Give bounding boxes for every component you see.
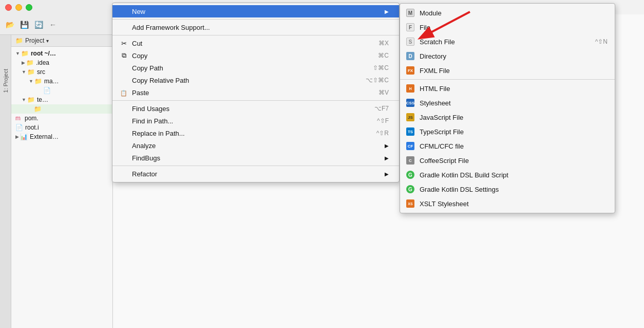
submenu-item-fxml[interactable]: FX FXML File: [400, 63, 615, 78]
toolbar: 📂 💾 🔄 ←: [0, 14, 113, 35]
dir-file-icon: D: [406, 52, 414, 60]
save-icon[interactable]: 💾: [18, 19, 30, 30]
submenu-item-xslt[interactable]: XS XSLT Stylesheet: [400, 196, 615, 211]
tree-label: root ~/…: [31, 50, 56, 57]
tree-item-green-file[interactable]: 📁: [11, 104, 112, 114]
menu-item-new[interactable]: New ▶: [112, 5, 399, 17]
menu-icon-framework: [119, 23, 129, 31]
tree-item-main[interactable]: ▼ 📁 ma…: [11, 77, 112, 86]
menu-item-copy-relative-path[interactable]: Copy Relative Path ⌥⇧⌘C: [112, 74, 399, 86]
back-icon[interactable]: ←: [47, 19, 59, 30]
tree-item-pom[interactable]: m pom.: [11, 114, 112, 123]
tree-item-src[interactable]: ▼ 📁 src: [11, 67, 112, 77]
project-header[interactable]: 📁 Project ▾: [11, 35, 112, 47]
submenu-label-typescript: TypeScript File: [420, 128, 464, 136]
maximize-button[interactable]: [26, 4, 32, 11]
submenu-label-javascript: JavaScript File: [420, 114, 463, 121]
refresh-icon[interactable]: 🔄: [33, 19, 44, 30]
gradle-build-icon-slot: G: [405, 170, 415, 180]
tree-item-external[interactable]: ▶ 📊 External…: [11, 132, 112, 141]
menu-item-copy[interactable]: Copy ⌘C: [112, 49, 399, 62]
menu-item-findbugs[interactable]: FindBugs ▶: [112, 152, 399, 164]
submenu-label-xslt: XSLT Stylesheet: [420, 200, 469, 208]
submenu-label-file: File: [420, 24, 430, 31]
submenu-arrow-refactor: ▶: [385, 171, 389, 177]
tree-item-rooti[interactable]: 📄 root.i: [11, 123, 112, 132]
vertical-tab-bar: 1: Project: [0, 35, 11, 328]
cf-icon-slot: CF: [405, 141, 415, 151]
shortcut-replace-in-path: ^⇧R: [376, 130, 389, 137]
menu-item-analyze[interactable]: Analyze ▶: [112, 139, 399, 152]
html-icon-slot: H: [405, 83, 415, 94]
paste-icon: [119, 88, 129, 97]
css-icon-slot: CSS: [405, 98, 415, 108]
tree-item-idea[interactable]: ▶ 📁 .idea: [11, 58, 112, 67]
submenu-item-scratch-file[interactable]: S Scratch File ^⇧N: [400, 34, 615, 49]
scratch-file-icon: S: [406, 38, 414, 46]
submenu-item-coffeescript[interactable]: C CoffeeScript File: [400, 153, 615, 168]
menu-label-copy: Copy: [132, 52, 368, 60]
menu-item-replace-in-path[interactable]: Replace in Path... ^⇧R: [112, 127, 399, 139]
arrow-icon: ▶: [15, 134, 19, 139]
menu-item-paste[interactable]: Paste ⌘V: [112, 86, 399, 99]
submenu-arrow-analyze: ▶: [385, 143, 389, 149]
menu-item-refactor[interactable]: Refactor ▶: [112, 168, 399, 180]
xslt-file-icon: XS: [406, 199, 414, 208]
submenu-label-gradle-settings: Gradle Kotlin DSL Settings: [420, 186, 499, 193]
menu-item-cut[interactable]: Cut ⌘X: [112, 37, 399, 49]
file-file-icon: F: [406, 23, 414, 31]
submenu-item-gradle-build[interactable]: G Gradle Kotlin DSL Build Script: [400, 168, 615, 182]
submenu-item-typescript[interactable]: TS TypeScript File: [400, 124, 615, 139]
submenu-item-gradle-settings[interactable]: G Gradle Kotlin DSL Settings: [400, 182, 615, 196]
submenu-item-javascript[interactable]: JS JavaScript File: [400, 110, 615, 124]
close-button[interactable]: [5, 4, 12, 11]
tree-item-file1[interactable]: 📄: [11, 86, 112, 95]
project-dropdown-icon[interactable]: ▾: [46, 38, 49, 44]
new-submenu: M Module F File S Scratch File ^⇧N D Dir…: [400, 3, 615, 213]
arrow-icon: ▼: [22, 97, 26, 102]
folder-icon: 📁: [27, 68, 35, 76]
arrow-icon: ▶: [22, 60, 25, 65]
green-folder-icon: 📁: [34, 105, 42, 113]
folder-icon: 📁: [21, 50, 29, 57]
menu-label-find-in-path: Find in Path...: [132, 117, 367, 125]
vtab-project[interactable]: 1: Project: [1, 66, 10, 96]
tree-label: te…: [37, 96, 48, 103]
fxml-icon-slot: FX: [405, 65, 415, 76]
tree-label: root.i: [25, 124, 39, 131]
submenu-item-html[interactable]: H HTML File: [400, 81, 615, 96]
ts-file-icon: TS: [406, 127, 414, 136]
external-icon: 📊: [20, 133, 28, 140]
coffee-file-icon: C: [406, 156, 414, 165]
open-folder-icon[interactable]: 📂: [4, 19, 15, 30]
shortcut-find-in-path: ^⇧F: [377, 117, 389, 124]
submenu-item-cfml[interactable]: CF CFML/CFC file: [400, 139, 615, 153]
arrow-icon: ▼: [29, 79, 33, 84]
tree-item-test[interactable]: ▼ 📁 te…: [11, 95, 112, 104]
menu-item-find-usages[interactable]: Find Usages ⌥F7: [112, 102, 399, 115]
menu-label-refactor: Refactor: [132, 170, 382, 178]
menu-item-copy-path[interactable]: Copy Path ⇧⌘C: [112, 62, 399, 74]
menu-icon-find-in-path: [119, 117, 129, 125]
submenu-item-module[interactable]: M Module: [400, 6, 615, 20]
shortcut-copy-rel: ⌥⇧⌘C: [366, 77, 389, 84]
submenu-label-stylesheet: Stylesheet: [420, 99, 451, 107]
submenu-label-gradle-build: Gradle Kotlin DSL Build Script: [420, 171, 508, 179]
menu-item-find-in-path[interactable]: Find in Path... ^⇧F: [112, 115, 399, 127]
js-file-icon: JS: [406, 113, 414, 121]
submenu-item-directory[interactable]: D Directory: [400, 49, 615, 63]
submenu-arrow-new: ▶: [385, 9, 389, 14]
submenu-item-file[interactable]: F File: [400, 20, 615, 34]
arrow-icon: ▼: [15, 51, 20, 56]
menu-label-framework: Add Framework Support...: [132, 24, 389, 31]
submenu-label-module: Module: [420, 9, 442, 17]
tree-item-root[interactable]: ▼ 📁 root ~/…: [11, 49, 112, 58]
tree-label: ma…: [44, 78, 59, 85]
menu-item-add-framework[interactable]: Add Framework Support...: [112, 21, 399, 33]
submenu-item-stylesheet[interactable]: CSS Stylesheet: [400, 96, 615, 110]
dir-icon-slot: D: [405, 51, 415, 61]
pom-icon: m: [15, 115, 21, 122]
minimize-button[interactable]: [15, 4, 22, 11]
folder-icon: 📁: [34, 78, 42, 85]
menu-label-findbugs: FindBugs: [132, 154, 382, 162]
